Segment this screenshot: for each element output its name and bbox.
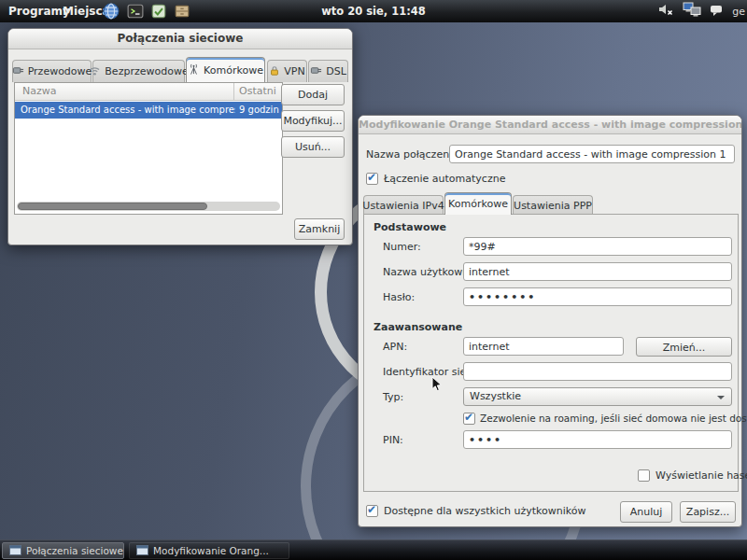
connection-name-input[interactable] [449,145,735,163]
horizontal-scrollbar[interactable] [17,202,280,211]
top-panel: Programy Miejsca wto 20 sie, 11:48 ge [0,0,747,22]
network-icon[interactable] [683,2,701,21]
connection-row[interactable]: Orange Standard access - with image comp… [15,102,282,119]
wireless-icon [89,64,101,79]
dsl-icon [310,64,322,79]
dialog-titlebar[interactable]: Modyfikowanie Orange Standard access - w… [359,116,741,134]
roaming-label: Zezwolenie na roaming, jeśli sieć domowa… [480,413,747,424]
chat-icon[interactable] [710,3,724,21]
volume-muted-icon[interactable] [657,2,674,21]
terminal-icon[interactable] [127,3,144,20]
number-input[interactable] [463,237,732,256]
tab-label: Ustawienia PPP [514,200,592,212]
cancel-button[interactable]: Anuluj [620,501,672,523]
file-manager-icon[interactable] [174,3,190,20]
lock-icon [269,64,280,79]
delete-button[interactable]: Usuń... [281,136,345,158]
taskbar-item-edit-dialog[interactable]: Modyfikowanie Orang... [129,542,289,559]
mouse-cursor [431,376,443,397]
type-dropdown-value: Wszystkie [470,390,521,402]
tab-label: Przewodowe [28,65,92,77]
connections-list: Nazwa Ostatni Orange Standard access - w… [14,82,283,215]
pin-input[interactable] [463,430,732,449]
autoconnect-checkbox[interactable] [366,173,378,185]
web-browser-icon[interactable] [103,3,120,20]
window-titlebar[interactable]: Połączenia sieciowe [8,29,352,49]
available-all-users-label: Dostępne dla wszystkich użytkowników [384,505,586,517]
number-label: Numer: [383,241,421,253]
tab-ipv4-settings[interactable]: Ustawienia IPv4 [363,195,444,215]
password-input[interactable] [463,287,732,306]
password-label: Hasło: [383,291,415,303]
edit-connection-dialog: Modyfikowanie Orange Standard access - w… [358,115,742,527]
tab-label: Ustawienia IPv4 [362,200,444,212]
apn-change-button[interactable]: Zmień... [636,337,732,357]
tab-ppp-settings[interactable]: Ustawienia PPP [513,195,593,215]
pin-label: PIN: [383,434,403,446]
panel-user-label[interactable]: ge [732,6,745,18]
window-icon [9,545,21,557]
close-button[interactable]: Zamknij [294,218,345,240]
network-id-input[interactable] [463,362,732,381]
tab-label: DSL [326,65,346,77]
desktop: Programy Miejsca wto 20 sie, 11:48 ge [0,0,747,560]
connection-last-used: 9 godzin [239,102,282,119]
apn-input[interactable] [463,337,624,356]
window-icon [136,545,148,557]
wired-icon [12,64,24,79]
save-button[interactable]: Zapisz... [680,501,736,523]
roaming-checkbox[interactable] [463,413,475,425]
tab-wired[interactable]: Przewodowe [12,60,92,82]
taskbar: Połączenia sieciowe Modyfikowanie Orang.… [0,539,747,560]
chevron-down-icon [717,396,725,399]
basic-section-heading: Podstawowe [374,221,446,233]
scrollbar-thumb[interactable] [18,203,207,210]
edit-button[interactable]: Modyfikuj... [281,110,345,132]
connection-name: Orange Standard access - with image comp… [21,102,235,119]
autoconnect-label: Łączenie automatyczne [384,173,505,185]
apn-label: APN: [383,341,407,353]
column-header-name[interactable]: Nazwa [22,85,56,97]
connection-name-label: Nazwa połączenia: [366,148,462,161]
advanced-section-heading: Zaawansowane [374,321,462,333]
show-passwords-label: Wyświetlanie haseł [655,469,747,482]
tab-label: Bezprzewodowe [105,65,188,77]
network-connections-window: Połączenia sieciowe Przewodowe Bezprzewo… [7,28,353,245]
taskbar-item-connections[interactable]: Połączenia sieciowe [2,542,124,559]
username-input[interactable] [463,262,732,281]
tab-dsl[interactable]: DSL [308,60,348,82]
tab-label: Komórkowe [448,198,508,210]
tab-mobile-broadband[interactable]: Komórkowe [186,57,265,82]
taskbar-item-label: Połączenia sieciowe [26,545,123,556]
show-passwords-checkbox[interactable] [638,469,650,482]
tab-label: VPN [284,65,304,77]
available-all-users-checkbox[interactable] [366,505,378,517]
taskbar-item-label: Modyfikowanie Orang... [153,545,269,556]
tab-mobile[interactable]: Komórkowe [444,192,512,215]
cellular-icon [188,63,200,78]
column-header-last-used[interactable]: Ostatni [239,85,276,97]
type-dropdown[interactable]: Wszystkie [463,387,732,406]
tab-label: Komórkowe [204,64,263,77]
software-icon[interactable] [150,3,167,20]
tab-wireless[interactable]: Bezprzewodowe [92,60,185,82]
panel-clock[interactable]: wto 20 sie, 11:48 [321,0,426,22]
list-header: Nazwa Ostatni [15,83,282,101]
add-button[interactable]: Dodaj [281,84,345,105]
tab-vpn[interactable]: VPN [267,60,307,82]
column-divider [233,83,234,101]
type-label: Typ: [383,391,403,403]
